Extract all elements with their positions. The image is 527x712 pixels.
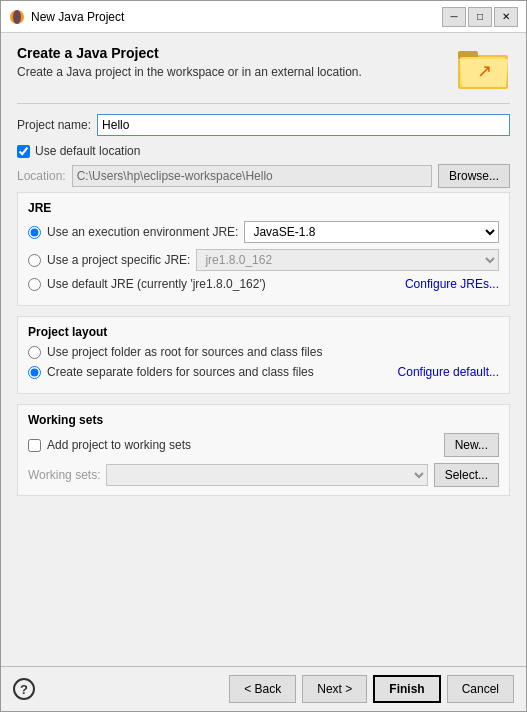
jre-option1-label: Use an execution environment JRE: xyxy=(47,225,238,239)
page-subtitle: Create a Java project in the workspace o… xyxy=(17,65,362,79)
select-working-set-button[interactable]: Select... xyxy=(434,463,499,487)
configure-default-link[interactable]: Configure default... xyxy=(398,365,499,379)
jre-option2-select[interactable]: jre1.8.0_162 xyxy=(196,249,499,271)
svg-point-1 xyxy=(13,10,21,24)
project-name-label: Project name: xyxy=(17,118,91,132)
eclipse-icon xyxy=(9,9,25,25)
layout-option1-radio[interactable] xyxy=(28,346,41,359)
dialog-footer: ? < Back Next > Finish Cancel xyxy=(1,666,526,711)
working-sets-select[interactable] xyxy=(106,464,427,486)
help-button[interactable]: ? xyxy=(13,678,35,700)
footer-buttons: < Back Next > Finish Cancel xyxy=(229,675,514,703)
window-title: New Java Project xyxy=(31,10,436,24)
jre-section: JRE Use an execution environment JRE: Ja… xyxy=(17,192,510,306)
jre-option3-radio[interactable] xyxy=(28,278,41,291)
working-sets-checkbox-label: Add project to working sets xyxy=(47,438,191,452)
location-label: Location: xyxy=(17,169,66,183)
layout-option2-radio[interactable] xyxy=(28,366,41,379)
footer-left: ? xyxy=(13,678,35,700)
project-name-row: Project name: xyxy=(17,114,510,136)
jre-option1-row: Use an execution environment JRE: JavaSE… xyxy=(28,221,499,243)
layout-option2-row: Create separate folders for sources and … xyxy=(28,365,499,379)
working-sets-field-label: Working sets: xyxy=(28,468,100,482)
browse-button[interactable]: Browse... xyxy=(438,164,510,188)
jre-option2-radio[interactable] xyxy=(28,254,41,267)
layout-option2-label: Create separate folders for sources and … xyxy=(47,365,314,379)
title-bar: New Java Project ─ □ ✕ xyxy=(1,1,526,33)
layout-option1-label: Use project folder as root for sources a… xyxy=(47,345,322,359)
next-button[interactable]: Next > xyxy=(302,675,367,703)
jre-option1-select[interactable]: JavaSE-1.8 JavaSE-11 JavaSE-17 xyxy=(244,221,499,243)
location-row: Location: Browse... xyxy=(17,164,510,188)
jre-option1-radio[interactable] xyxy=(28,226,41,239)
working-sets-checkbox[interactable] xyxy=(28,439,41,452)
jre-option2-label: Use a project specific JRE: xyxy=(47,253,190,267)
configure-jres-link[interactable]: Configure JREs... xyxy=(405,277,499,291)
window-controls: ─ □ ✕ xyxy=(442,7,518,27)
default-location-label: Use default location xyxy=(35,144,140,158)
jre-option3-label: Use default JRE (currently 'jre1.8.0_162… xyxy=(47,277,266,291)
finish-button[interactable]: Finish xyxy=(373,675,440,703)
jre-section-label: JRE xyxy=(28,201,499,215)
jre-option3-row: Use default JRE (currently 'jre1.8.0_162… xyxy=(28,277,499,291)
working-sets-section: Working sets Add project to working sets… xyxy=(17,404,510,496)
working-sets-label: Working sets xyxy=(28,413,499,427)
dialog-content: Create a Java Project Create a Java proj… xyxy=(1,33,526,666)
header-divider xyxy=(17,103,510,104)
maximize-button[interactable]: □ xyxy=(468,7,492,27)
svg-text:↗: ↗ xyxy=(477,61,492,81)
jre-option2-row: Use a project specific JRE: jre1.8.0_162 xyxy=(28,249,499,271)
default-location-checkbox[interactable] xyxy=(17,145,30,158)
working-sets-row: Working sets: Select... xyxy=(28,463,499,487)
new-working-set-button[interactable]: New... xyxy=(444,433,499,457)
header-text: Create a Java Project Create a Java proj… xyxy=(17,45,362,93)
default-location-row: Use default location xyxy=(17,144,510,158)
minimize-button[interactable]: ─ xyxy=(442,7,466,27)
folder-icon: ↗ xyxy=(458,45,510,91)
new-java-project-dialog: New Java Project ─ □ ✕ Create a Java Pro… xyxy=(0,0,527,712)
layout-section-label: Project layout xyxy=(28,325,499,339)
layout-option1-row: Use project folder as root for sources a… xyxy=(28,345,499,359)
page-title: Create a Java Project xyxy=(17,45,362,61)
project-name-input[interactable] xyxy=(97,114,510,136)
back-button[interactable]: < Back xyxy=(229,675,296,703)
header-area: Create a Java Project Create a Java proj… xyxy=(17,45,510,93)
cancel-button[interactable]: Cancel xyxy=(447,675,514,703)
project-layout-section: Project layout Use project folder as roo… xyxy=(17,316,510,394)
location-input[interactable] xyxy=(72,165,432,187)
close-button[interactable]: ✕ xyxy=(494,7,518,27)
